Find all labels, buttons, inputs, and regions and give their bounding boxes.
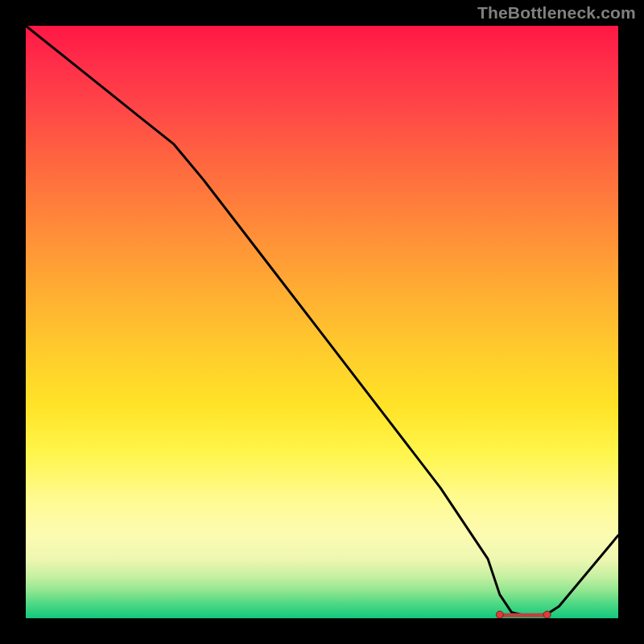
valley-marker-1	[543, 611, 551, 618]
watermark-text: TheBottleneck.com	[477, 3, 636, 23]
curve-path	[26, 26, 618, 615]
chart-frame: TheBottleneck.com	[0, 0, 644, 644]
plot-area	[26, 26, 618, 618]
curve-layer	[26, 26, 618, 618]
valley-marker-0	[496, 611, 503, 618]
